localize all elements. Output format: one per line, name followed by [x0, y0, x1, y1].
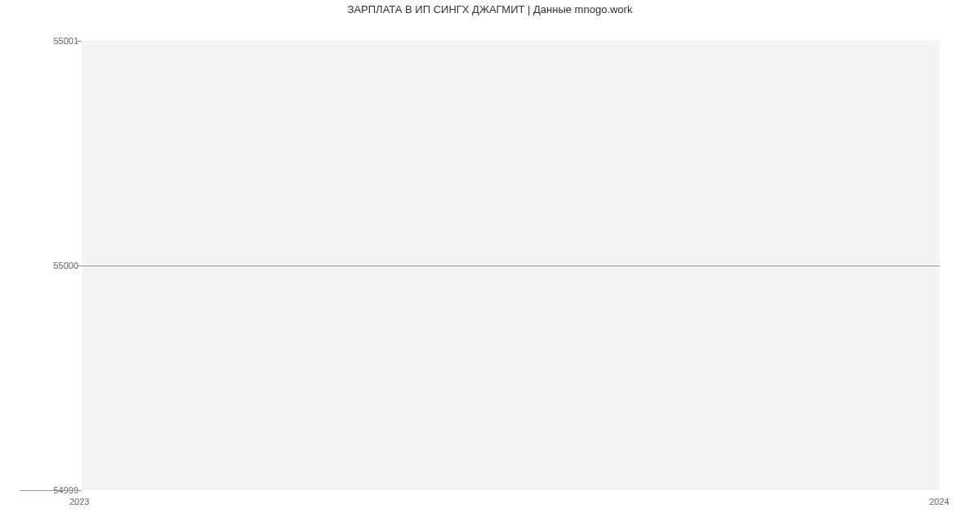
y-tick-label: 55001 [46, 36, 78, 46]
chart-title: ЗАРПЛАТА В ИП СИНГХ ДЖАГМИТ | Данные mno… [0, 3, 980, 16]
data-line [82, 266, 939, 266]
y-tick-mark [77, 41, 82, 42]
y-tick-mark [77, 266, 82, 266]
y-tick-mark [20, 490, 82, 491]
x-tick-label: 2023 [69, 497, 89, 506]
x-tick-label: 2024 [929, 497, 949, 506]
chart-plot-area [82, 41, 939, 490]
y-tick-label: 55000 [46, 261, 78, 270]
